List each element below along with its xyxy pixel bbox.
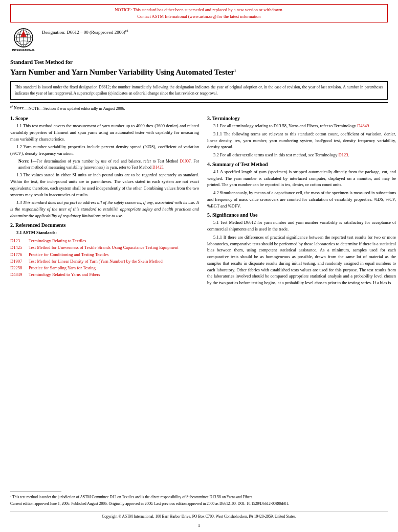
list-item: D4849 Terminology Related to Yarns and F… bbox=[10, 271, 199, 278]
list-item: D123 Terminology Relating to Textiles bbox=[10, 238, 199, 244]
left-column: 1. Scope 1.1 This test method covers the… bbox=[10, 115, 199, 487]
ref-list: D123 Terminology Relating to Textiles D1… bbox=[10, 238, 199, 278]
designation-text: Designation: D6612 – 00 (Reapproved 2006… bbox=[42, 29, 128, 35]
main-columns: 1. Scope 1.1 This test method covers the… bbox=[10, 115, 388, 487]
link-d4849[interactable]: D4849 bbox=[357, 123, 369, 128]
notice-bar: NOTICE: This standard has either been su… bbox=[10, 4, 388, 22]
title-superscript: 1 bbox=[234, 68, 236, 73]
footnote-2: Current edition approved June 1, 2006. P… bbox=[10, 501, 388, 506]
refs-heading: 2. Referenced Documents bbox=[10, 222, 199, 228]
scope-para4: 1.4 This standard does not purport to ad… bbox=[10, 199, 199, 219]
list-item: D1907 Test Method for Linear Density of … bbox=[10, 258, 199, 265]
right-column: 3. Terminology 3.1 For all terminology r… bbox=[207, 115, 396, 487]
link-d123[interactable]: D123 bbox=[339, 152, 348, 157]
designation-block: Designation: D6612 – 00 (Reapproved 2006… bbox=[42, 27, 128, 36]
title-main: Yarn Number and Yarn Number Variability … bbox=[10, 67, 388, 77]
notice-line1: NOTICE: This standard has either been su… bbox=[115, 7, 283, 12]
copyright-bar: Copyright © ASTM International, 100 Barr… bbox=[10, 512, 388, 519]
epsilon-note-text: NOTE—Section 3 was updated editorially i… bbox=[29, 106, 125, 110]
terminology-heading: 3. Terminology bbox=[207, 115, 396, 121]
terminology-para32: 3.2 For all other textile terms used in … bbox=[207, 152, 396, 158]
terminology-para31: 3.1 For all terminology relating to D13.… bbox=[207, 123, 396, 129]
scope-note1: NOTE 1—For determination of yarn number … bbox=[10, 158, 199, 170]
scope-para3: 1.3 The values stated in either SI units… bbox=[10, 172, 199, 198]
significance-para51: 5.1 Test Method D6612 for yarn number an… bbox=[207, 219, 396, 233]
significance-heading: 5. Significance and Use bbox=[207, 212, 396, 218]
copyright-text: Copyright © ASTM International, 100 Barr… bbox=[102, 514, 296, 519]
footnote-1: ¹ This test method is under the jurisdic… bbox=[10, 494, 388, 500]
svg-text:INTERNATIONAL: INTERNATIONAL bbox=[12, 49, 35, 52]
summary-heading: 4. Summary of Test Method bbox=[207, 161, 396, 167]
svg-marker-5 bbox=[20, 31, 27, 37]
scope-heading: 1. Scope bbox=[10, 115, 199, 121]
summary-para41: 4.1 A specified length of yarn (specimen… bbox=[207, 169, 396, 188]
title-block: Standard Test Method for Yarn Number and… bbox=[10, 58, 388, 78]
list-item: D1776 Practice for Conditioning and Test… bbox=[10, 251, 199, 258]
title-prefix: Standard Test Method for bbox=[10, 58, 388, 66]
footnotes: ¹ This test method is under the jurisdic… bbox=[10, 494, 388, 508]
page: NOTICE: This standard has either been su… bbox=[0, 0, 398, 532]
header-section: INTERNATIONAL Designation: D6612 – 00 (R… bbox=[10, 27, 388, 53]
designation-value: Designation: D6612 – 00 (Reapproved 2006… bbox=[42, 30, 125, 35]
preamble-text: This standard is issued under the fixed … bbox=[15, 85, 383, 96]
significance-para511: 5.1.1 If there are differences of practi… bbox=[207, 234, 396, 286]
refs-sub21: 2.1 ASTM Standards: bbox=[10, 229, 199, 236]
scope-para2: 1.2 Yarn number variability properties i… bbox=[10, 144, 199, 157]
list-item: D2258 Practice for Sampling Yarn for Tes… bbox=[10, 265, 199, 271]
astm-logo: INTERNATIONAL bbox=[10, 27, 37, 53]
terminology-para311: 3.1.1 The following terms are relevant t… bbox=[207, 131, 396, 150]
scope-para1: 1.1 This test method covers the measurem… bbox=[10, 123, 199, 142]
epsilon-note: ε¹ NOTE—NOTE—Section 3 was updated edito… bbox=[10, 102, 388, 112]
notice-line2: Contact ASTM International (www.astm.org… bbox=[137, 14, 260, 19]
preamble-box: This standard is issued under the fixed … bbox=[10, 81, 388, 99]
footnote-rule bbox=[10, 492, 61, 492]
summary-para42: 4.2 Simultaneously, by means of a capaci… bbox=[207, 190, 396, 209]
list-item: D1425 Test Method for Unevenness of Text… bbox=[10, 244, 199, 251]
epsilon-label: ε¹ bbox=[10, 105, 13, 109]
page-number: 1 bbox=[0, 523, 398, 528]
designation-superscript: ε1 bbox=[125, 29, 128, 33]
